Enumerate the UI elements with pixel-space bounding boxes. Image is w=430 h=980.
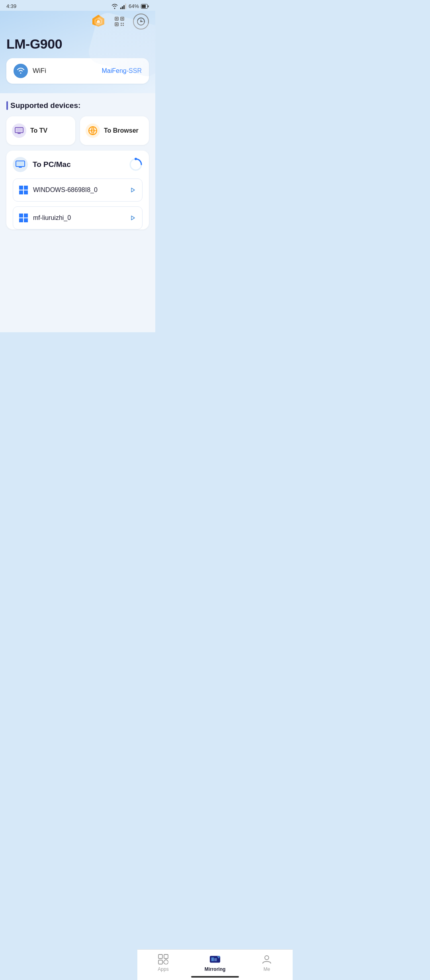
windows-icon-2 — [19, 213, 28, 223]
svg-rect-38 — [19, 190, 23, 194]
status-bar: 4:39 64% — [0, 0, 155, 11]
header-section: LM-G900 WiFi MaiFeng-SSR — [0, 11, 155, 93]
pc-mac-header: To PC/Mac — [13, 157, 143, 172]
to-pc-mac-label: To PC/Mac — [33, 160, 71, 169]
loading-spinner-icon — [129, 158, 143, 171]
pc-mac-left: To PC/Mac — [13, 157, 71, 172]
battery-icon — [141, 4, 149, 9]
play-icon-1[interactable] — [129, 186, 137, 194]
pc-device-item-2[interactable]: mf-liuruizhi_0 — [13, 206, 143, 229]
svg-rect-33 — [20, 167, 21, 167]
browser-icon — [86, 123, 100, 138]
wifi-signal-icon — [111, 4, 118, 9]
wifi-icon — [14, 64, 28, 78]
svg-rect-24 — [16, 128, 22, 132]
cell-signal-icon — [120, 4, 127, 9]
svg-rect-40 — [19, 214, 23, 218]
to-pc-mac-card: To PC/Mac WINDOWS-68698I8_0 — [6, 151, 149, 229]
status-time: 4:39 — [6, 3, 16, 9]
battery-level: 64% — [129, 3, 139, 9]
svg-rect-5 — [148, 5, 149, 7]
svg-point-35 — [135, 158, 137, 160]
section-title: Supported devices: — [6, 101, 149, 110]
svg-rect-0 — [120, 8, 121, 9]
svg-rect-2 — [123, 5, 125, 9]
svg-rect-6 — [142, 5, 146, 8]
device-cards-row: To TV To Browser — [6, 116, 149, 145]
main-content: Supported devices: To TV — [0, 93, 155, 332]
wifi-label: WiFi — [33, 67, 46, 75]
pc-device-left-2: mf-liuruizhi_0 — [19, 213, 71, 223]
wifi-left: WiFi — [14, 64, 46, 78]
play-icon-2[interactable] — [129, 214, 137, 222]
svg-rect-26 — [19, 133, 20, 133]
svg-rect-31 — [17, 162, 24, 166]
to-tv-label: To TV — [30, 127, 47, 134]
windows-icon-1 — [19, 185, 28, 195]
to-browser-card[interactable]: To Browser — [80, 116, 149, 145]
pc-device-name-1: WINDOWS-68698I8_0 — [33, 186, 98, 194]
svg-rect-3 — [125, 4, 126, 9]
pc-device-item-1[interactable]: WINDOWS-68698I8_0 — [13, 178, 143, 202]
to-browser-label: To Browser — [104, 127, 139, 134]
svg-rect-41 — [24, 214, 28, 218]
status-right: 64% — [111, 3, 149, 9]
pc-icon — [13, 157, 28, 172]
svg-rect-36 — [19, 186, 23, 190]
tv-icon — [12, 123, 26, 138]
pc-device-name-2: mf-liuruizhi_0 — [33, 214, 71, 221]
to-tv-card[interactable]: To TV — [6, 116, 75, 145]
svg-rect-1 — [122, 6, 123, 9]
svg-rect-37 — [24, 186, 28, 190]
svg-rect-43 — [24, 218, 28, 222]
pc-device-left-1: WINDOWS-68698I8_0 — [19, 185, 98, 195]
svg-rect-42 — [19, 218, 23, 222]
svg-rect-39 — [24, 190, 28, 194]
